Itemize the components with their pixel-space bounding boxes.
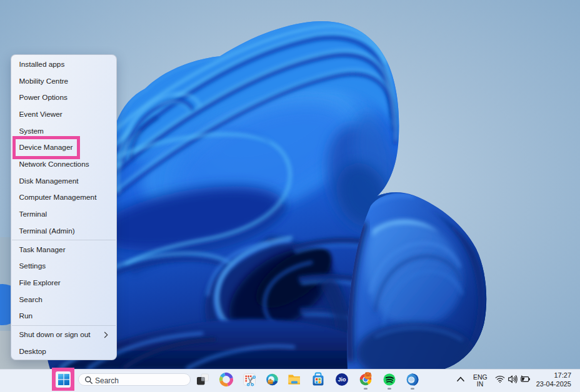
svg-text:Jio: Jio — [338, 376, 346, 383]
